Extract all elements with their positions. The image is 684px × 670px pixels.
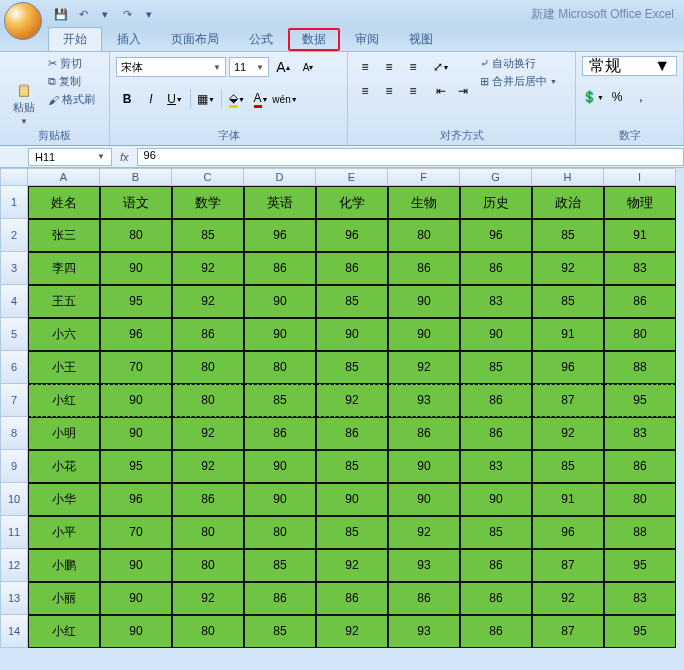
cell[interactable]: 95	[100, 285, 172, 318]
cell[interactable]: 88	[604, 351, 676, 384]
col-header[interactable]: E	[316, 168, 388, 186]
name-box[interactable]: H11▼	[28, 148, 112, 166]
cell[interactable]: 96	[460, 219, 532, 252]
cell[interactable]: 91	[532, 318, 604, 351]
row-header[interactable]: 2	[0, 219, 28, 252]
cell[interactable]: 95	[604, 615, 676, 648]
cell[interactable]: 92	[172, 450, 244, 483]
row-header[interactable]: 1	[0, 186, 28, 219]
cell[interactable]: 86	[388, 252, 460, 285]
cell[interactable]: 85	[532, 219, 604, 252]
cell[interactable]: 小鹏	[28, 549, 100, 582]
phonetic-button[interactable]: wén▼	[274, 88, 296, 110]
cell[interactable]: 86	[460, 582, 532, 615]
cell[interactable]: 96	[244, 219, 316, 252]
cell[interactable]: 语文	[100, 186, 172, 219]
row-header[interactable]: 5	[0, 318, 28, 351]
row-header[interactable]: 12	[0, 549, 28, 582]
cell[interactable]: 91	[532, 483, 604, 516]
cell[interactable]: 86	[388, 582, 460, 615]
cell[interactable]: 85	[316, 351, 388, 384]
cell[interactable]: 90	[244, 450, 316, 483]
col-header[interactable]: F	[388, 168, 460, 186]
bold-button[interactable]: B	[116, 88, 138, 110]
undo-icon[interactable]: ↶	[74, 5, 92, 23]
cell[interactable]: 80	[604, 318, 676, 351]
cell[interactable]: 90	[244, 483, 316, 516]
cell[interactable]: 王五	[28, 285, 100, 318]
cell[interactable]: 86	[460, 615, 532, 648]
cell[interactable]: 90	[388, 450, 460, 483]
cell[interactable]: 90	[100, 582, 172, 615]
cell[interactable]: 83	[604, 582, 676, 615]
save-icon[interactable]: 💾	[52, 5, 70, 23]
cell[interactable]: 96	[316, 219, 388, 252]
cell[interactable]: 87	[532, 384, 604, 417]
cell[interactable]: 93	[388, 549, 460, 582]
cell[interactable]: 85	[316, 516, 388, 549]
tab-公式[interactable]: 公式	[234, 27, 288, 51]
cell[interactable]: 92	[172, 417, 244, 450]
col-header[interactable]: I	[604, 168, 676, 186]
tab-开始[interactable]: 开始	[48, 27, 102, 51]
cell[interactable]: 83	[604, 417, 676, 450]
cell[interactable]: 90	[316, 318, 388, 351]
copy-button[interactable]: ⧉复制	[48, 74, 95, 89]
cell[interactable]: 86	[316, 252, 388, 285]
cell[interactable]: 95	[604, 549, 676, 582]
select-all-corner[interactable]	[0, 168, 28, 186]
cell[interactable]: 小平	[28, 516, 100, 549]
chevron-down-icon[interactable]: ▾	[96, 5, 114, 23]
cell[interactable]: 85	[460, 516, 532, 549]
cell[interactable]: 86	[244, 582, 316, 615]
cell[interactable]: 90	[100, 549, 172, 582]
cell[interactable]: 80	[100, 219, 172, 252]
cell[interactable]: 93	[388, 615, 460, 648]
cell[interactable]: 80	[244, 351, 316, 384]
cell[interactable]: 小花	[28, 450, 100, 483]
row-header[interactable]: 14	[0, 615, 28, 648]
decrease-indent-button[interactable]: ⇤	[430, 80, 452, 102]
tab-插入[interactable]: 插入	[102, 27, 156, 51]
shrink-font-button[interactable]: A▾	[297, 56, 319, 78]
cell[interactable]: 80	[244, 516, 316, 549]
cell[interactable]: 85	[532, 450, 604, 483]
cell[interactable]: 80	[388, 219, 460, 252]
cell[interactable]: 96	[532, 351, 604, 384]
cell[interactable]: 92	[388, 516, 460, 549]
cell[interactable]: 83	[604, 252, 676, 285]
cell[interactable]: 70	[100, 516, 172, 549]
row-header[interactable]: 7	[0, 384, 28, 417]
align-center-button[interactable]: ≡	[378, 80, 400, 102]
align-top-button[interactable]: ≡	[354, 56, 376, 78]
cell[interactable]: 90	[100, 252, 172, 285]
cell[interactable]: 85	[244, 384, 316, 417]
cell[interactable]: 92	[532, 582, 604, 615]
chevron-down-icon[interactable]: ▼	[20, 117, 28, 126]
office-button[interactable]	[4, 2, 42, 40]
italic-button[interactable]: I	[140, 88, 162, 110]
cell[interactable]: 86	[604, 285, 676, 318]
cell[interactable]: 历史	[460, 186, 532, 219]
cell[interactable]: 80	[172, 549, 244, 582]
row-header[interactable]: 9	[0, 450, 28, 483]
cell[interactable]: 96	[100, 318, 172, 351]
wrap-text-button[interactable]: ⤶自动换行	[480, 56, 557, 71]
cell[interactable]: 92	[316, 384, 388, 417]
cell[interactable]: 90	[460, 318, 532, 351]
cell[interactable]: 数学	[172, 186, 244, 219]
cell[interactable]: 张三	[28, 219, 100, 252]
cell[interactable]: 小红	[28, 615, 100, 648]
cell[interactable]: 80	[172, 351, 244, 384]
row-header[interactable]: 4	[0, 285, 28, 318]
cell[interactable]: 生物	[388, 186, 460, 219]
cell[interactable]: 92	[316, 549, 388, 582]
cell[interactable]: 86	[460, 252, 532, 285]
cell[interactable]: 92	[172, 252, 244, 285]
paste-button[interactable]: 粘贴	[13, 100, 35, 115]
cell[interactable]: 85	[460, 351, 532, 384]
cell[interactable]: 86	[460, 417, 532, 450]
col-header[interactable]: G	[460, 168, 532, 186]
percent-button[interactable]: %	[606, 86, 628, 108]
cell[interactable]: 小王	[28, 351, 100, 384]
